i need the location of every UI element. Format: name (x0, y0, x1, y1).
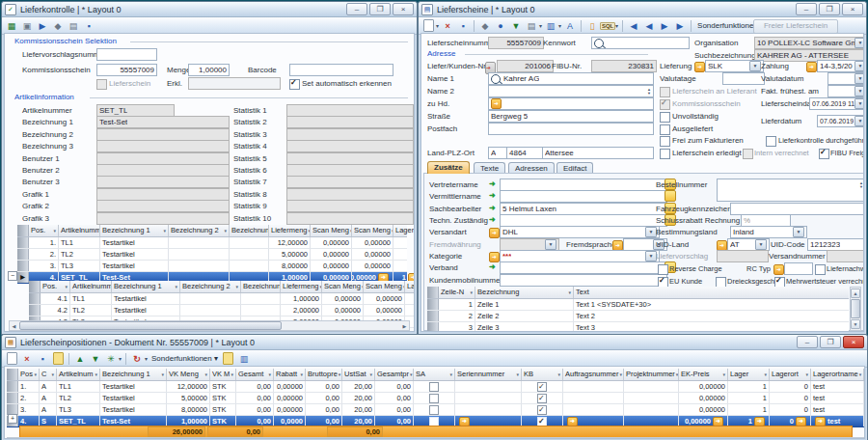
grid-cell[interactable] (455, 393, 522, 403)
cell-checkbox[interactable] (537, 405, 547, 415)
grid-cell[interactable] (180, 293, 241, 304)
grid-cell[interactable]: 1 (728, 393, 770, 403)
titlebar-lieferscheinpositionen[interactable]: ▦ Lieferscheinpositionen - Dokument Nr. … (2, 335, 867, 350)
print-icon[interactable]: ▤ (67, 19, 80, 32)
liefervorschlagsnummer-input[interactable] (96, 48, 157, 61)
scroll-right-arrow[interactable]: ▶ (400, 322, 409, 329)
dropdown-icon[interactable]: ▼ (793, 227, 804, 237)
grid-cell[interactable]: Testartikel (112, 293, 180, 304)
grid-cell[interactable]: Zeile 2 (475, 311, 574, 321)
column-header[interactable]: Bezeichnung 2 (180, 281, 241, 292)
grid-cell[interactable]: 0,00000 (274, 381, 306, 392)
drilldown-arrow-icon[interactable]: ➜ (459, 417, 470, 426)
column-header[interactable]: Rabatt (274, 369, 306, 380)
grid-cell[interactable]: TL3 (57, 404, 100, 415)
grid-cell[interactable] (522, 404, 563, 415)
minimize-button[interactable]: – (346, 3, 367, 15)
grid-cell[interactable]: 0,00000 (679, 393, 728, 403)
table-row[interactable]: 4.2TL2Testartikel2,000000,000000,000001 (29, 305, 415, 316)
grid-cell[interactable] (241, 293, 281, 304)
grid-cell[interactable] (864, 393, 865, 403)
lieferscheindatum-input[interactable]: 07.06.2019 11:34▼ (809, 97, 864, 110)
move-down-icon[interactable]: ▼ (89, 352, 102, 365)
grid-cell[interactable] (230, 261, 269, 271)
grid-cell[interactable]: Testartikel (100, 237, 169, 248)
table-row[interactable]: 1.ATL1Testartikel12,00000STK0,000,000000… (7, 381, 865, 393)
green-arrow-icon[interactable]: ➜ (489, 262, 496, 271)
grid-cell[interactable]: 1 (728, 404, 770, 415)
grid-cell[interactable]: TL3 (59, 261, 100, 271)
grid-cell[interactable]: Testartikel (100, 393, 167, 403)
dropdown-icon[interactable]: ▾ (539, 22, 542, 29)
scroll-left-arrow[interactable]: ◀ (10, 322, 18, 329)
grid-cell[interactable]: Testartikel (100, 381, 167, 392)
search-icon[interactable] (594, 39, 604, 48)
grid-cell[interactable] (624, 393, 679, 403)
lieferung-select[interactable]: SLK▼ (705, 60, 764, 72)
grid-cell[interactable] (241, 305, 281, 316)
grid-cell[interactable]: 0,00 (375, 404, 414, 415)
row-marker[interactable] (29, 305, 41, 316)
save-icon[interactable]: ▪ (36, 352, 49, 365)
grid-cell[interactable]: test (811, 381, 864, 392)
grid-cell[interactable]: 0,00 (236, 393, 274, 403)
grid-cell[interactable]: 1,00000 (281, 293, 322, 304)
search-binoculars-icon[interactable]: ● (494, 19, 507, 32)
organisation-select[interactable]: 10 POLLEX-LC Software GmbH▼ (754, 37, 864, 49)
column-header[interactable]: Scan Meng (311, 225, 352, 236)
horizontal-scrollbar[interactable]: ◀ ▶ (7, 437, 865, 439)
drilldown-arrow-icon[interactable]: ➜ (713, 417, 723, 426)
column-header[interactable]: Lager (728, 369, 770, 380)
menge-input[interactable]: 1,00000 (188, 64, 230, 76)
grid-cell[interactable]: 0,00 (375, 393, 414, 403)
grid-cell[interactable]: 1 (393, 237, 415, 248)
scrollbar-thumb[interactable] (17, 438, 338, 439)
liefernachweis-checkbox[interactable] (815, 264, 826, 275)
grid-cell[interactable]: 8,00000 (269, 261, 311, 271)
row-expander-icon[interactable]: + (8, 414, 17, 424)
layout-icon[interactable]: ▥ (544, 19, 557, 32)
table-row[interactable]: 1Zeile 1Text 1 <SYSDATE+30> (427, 299, 849, 311)
cell-checkbox[interactable] (537, 382, 547, 392)
restore-button[interactable]: ❐ (819, 3, 840, 15)
column-header[interactable]: VK Meng (167, 369, 210, 380)
grid-cell[interactable] (230, 249, 269, 260)
close-button[interactable]: × (843, 336, 864, 348)
grid-cell[interactable]: 1. (18, 381, 40, 392)
grid-cell[interactable]: 0,00 (306, 404, 342, 415)
scroll-up-arrow[interactable]: ▲ (851, 289, 860, 298)
grid-cell[interactable] (230, 237, 269, 248)
dropdown-icon[interactable]: ▾ (119, 355, 122, 362)
row-expander-icon[interactable]: − (8, 271, 17, 281)
grid-cell[interactable]: 0,00 (236, 381, 274, 392)
excel-export-icon[interactable]: ▦ (5, 19, 18, 32)
plz-input[interactable]: 4864 (506, 147, 545, 159)
bestimmungsland-select[interactable]: Inland▼ (730, 226, 807, 238)
grid-cell[interactable] (169, 261, 230, 271)
grid-cell[interactable] (522, 381, 563, 392)
column-header[interactable]: Auftragsnummer (563, 369, 624, 380)
grid-cell[interactable]: 1 (393, 249, 415, 260)
grid-cell[interactable]: A (40, 393, 57, 403)
column-header[interactable]: Bezeichnung (475, 287, 574, 298)
run-icon[interactable]: ▶ (36, 19, 49, 32)
grid-cell[interactable]: 1 (405, 293, 415, 304)
close-button[interactable]: × (842, 3, 863, 15)
grid-cell[interactable] (624, 381, 679, 392)
table-row[interactable]: 2.TL2Testartikel5,000000,000000,000001 (17, 249, 407, 261)
green-arrow-icon[interactable]: ➜ (489, 179, 496, 188)
restore-button[interactable]: ❐ (820, 336, 841, 348)
grid-cell[interactable]: 1 (393, 261, 415, 271)
fibu-freigabe-checkbox[interactable] (819, 149, 829, 159)
grid-cell[interactable] (522, 393, 563, 403)
column-header[interactable]: Liefermeng (269, 225, 311, 236)
grid-cell[interactable]: TL1 (70, 293, 112, 304)
table-row[interactable]: 2Zeile 2Text 2 (427, 311, 849, 322)
grid-cell[interactable]: test (811, 393, 864, 403)
nav-last-icon[interactable]: ▶ (673, 19, 687, 32)
tag-icon[interactable]: ▪ (82, 19, 95, 32)
drilldown-arrow-icon[interactable]: ➜ (491, 98, 502, 109)
dropdown-icon[interactable]: ▾ (145, 355, 148, 362)
row-marker[interactable] (427, 322, 439, 332)
grid-cell[interactable]: Testartikel (100, 404, 167, 415)
